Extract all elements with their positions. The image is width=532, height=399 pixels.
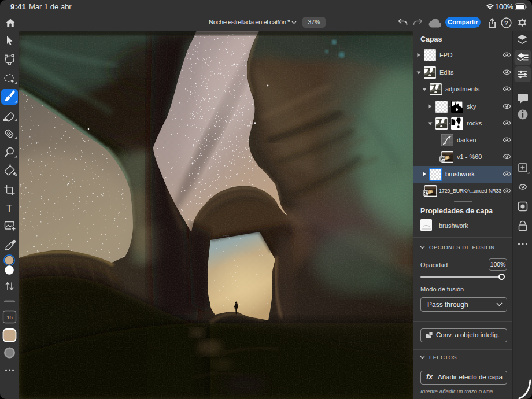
svg-text:16: 16 [6, 314, 13, 320]
svg-text:T: T [6, 203, 12, 214]
svg-text:?: ? [504, 20, 508, 27]
